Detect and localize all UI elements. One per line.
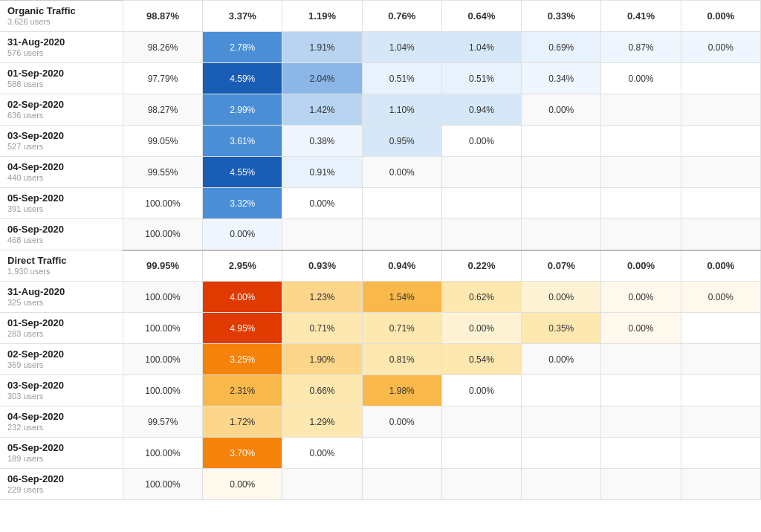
data-cell: 2.04%	[282, 63, 362, 94]
table-row: 06-Sep-2020229 users100.00%0.00%	[0, 469, 761, 500]
table-row: 04-Sep-2020232 users99.57%1.72%1.29%0.00…	[0, 406, 761, 438]
data-cell: 4.00%	[203, 282, 282, 313]
label-sub: 391 users	[7, 204, 43, 213]
data-cell	[522, 375, 601, 406]
data-cell	[681, 157, 760, 188]
table-row: 01-Sep-2020588 users97.79%4.59%2.04%0.51…	[0, 63, 761, 94]
data-cell	[681, 406, 760, 438]
data-cell: 0.62%	[441, 282, 521, 313]
label-name: 31-Aug-2020	[7, 286, 65, 297]
row-label: 06-Sep-2020229 users	[0, 469, 123, 500]
data-cell	[522, 157, 601, 188]
table-row: 06-Sep-2020468 users100.00%0.00%	[0, 219, 761, 250]
data-cell: 3.32%	[203, 188, 282, 219]
data-cell: 1.72%	[203, 406, 282, 438]
label-sub: 576 users	[7, 48, 43, 57]
data-cell: 100.00%	[123, 469, 202, 500]
data-cell: 100.00%	[123, 438, 202, 469]
data-cell: 0.00%	[282, 188, 362, 219]
row-label: 04-Sep-2020232 users	[0, 406, 123, 438]
row-label: 05-Sep-2020189 users	[0, 438, 123, 469]
data-cell: 0.00%	[441, 313, 521, 344]
data-cell: 1.98%	[362, 375, 441, 406]
data-cell: 2.99%	[203, 94, 282, 126]
data-cell	[681, 219, 760, 250]
data-cell	[601, 438, 681, 469]
row-label: 31-Aug-2020576 users	[0, 32, 123, 63]
data-cell: 0.64%	[441, 1, 521, 32]
data-cell: 0.22%	[441, 250, 521, 282]
data-cell	[681, 375, 760, 406]
label-name: 03-Sep-2020	[7, 130, 64, 141]
label-sub: 527 users	[7, 142, 43, 151]
data-cell: 0.00%	[522, 282, 601, 313]
data-cell: 0.91%	[282, 157, 362, 188]
data-cell: 0.35%	[522, 313, 601, 344]
data-cell: 0.54%	[441, 344, 521, 375]
data-cell: 0.71%	[362, 313, 441, 344]
data-cell: 0.00%	[522, 344, 601, 375]
data-cell: 99.05%	[123, 126, 202, 157]
data-cell	[681, 438, 760, 469]
data-cell: 1.10%	[362, 94, 441, 126]
data-cell: 0.34%	[522, 63, 601, 94]
row-label: 02-Sep-2020369 users	[0, 344, 123, 375]
label-name: 06-Sep-2020	[7, 473, 64, 484]
data-cell	[601, 406, 681, 438]
data-cell: 2.31%	[203, 375, 282, 406]
label-sub: 468 users	[7, 236, 43, 244]
data-cell: 1.29%	[282, 406, 362, 438]
label-sub: 232 users	[7, 423, 43, 432]
label-name: 05-Sep-2020	[7, 442, 64, 453]
group-header-label: Organic Traffic3,626 users	[0, 1, 123, 32]
data-cell: 100.00%	[123, 219, 202, 250]
table-row: 02-Sep-2020369 users100.00%3.25%1.90%0.8…	[0, 344, 761, 375]
data-cell: 0.51%	[441, 63, 521, 94]
data-cell	[681, 313, 760, 344]
data-cell: 0.00%	[601, 63, 681, 94]
data-cell: 0.66%	[282, 375, 362, 406]
data-cell	[601, 157, 681, 188]
data-cell	[681, 188, 760, 219]
label-name: Direct Traffic	[7, 255, 66, 266]
data-cell	[681, 94, 760, 126]
label-sub: 303 users	[7, 392, 43, 400]
group-header-label: Direct Traffic1,930 users	[0, 250, 123, 282]
row-label: 03-Sep-2020527 users	[0, 126, 123, 157]
data-cell: 0.00%	[601, 250, 681, 282]
data-cell	[441, 157, 521, 188]
data-cell	[522, 126, 601, 157]
row-label: 31-Aug-2020325 users	[0, 282, 123, 313]
data-cell	[601, 94, 681, 126]
data-cell: 0.69%	[522, 32, 601, 63]
table-row: 03-Sep-2020527 users99.05%3.61%0.38%0.95…	[0, 126, 761, 157]
data-cell: 99.95%	[123, 250, 202, 282]
data-cell: 1.90%	[282, 344, 362, 375]
label-name: 31-Aug-2020	[7, 36, 65, 48]
data-cell: 3.25%	[203, 344, 282, 375]
data-cell: 100.00%	[123, 313, 202, 344]
label-name: Organic Traffic	[7, 5, 76, 16]
data-cell	[522, 406, 601, 438]
table-row: 05-Sep-2020391 users100.00%3.32%0.00%	[0, 188, 761, 219]
label-sub: 229 users	[7, 485, 43, 494]
data-cell: 0.33%	[522, 1, 601, 32]
label-name: 01-Sep-2020	[7, 68, 64, 79]
data-cell	[441, 406, 521, 438]
data-cell	[362, 469, 441, 500]
data-cell	[522, 438, 601, 469]
data-cell: 3.70%	[203, 438, 282, 469]
data-cell: 0.00%	[282, 438, 362, 469]
label-sub: 3,626 users	[7, 17, 50, 26]
data-cell: 1.23%	[282, 282, 362, 313]
data-cell	[601, 469, 681, 500]
data-cell: 0.76%	[362, 1, 441, 32]
table-row: 04-Sep-2020440 users99.55%4.55%0.91%0.00…	[0, 157, 761, 188]
data-cell: 100.00%	[123, 282, 202, 313]
data-cell: 1.42%	[282, 94, 362, 126]
label-name: 04-Sep-2020	[7, 411, 64, 422]
label-sub: 636 users	[7, 111, 43, 120]
data-cell: 0.00%	[203, 219, 282, 250]
label-sub: 440 users	[7, 173, 43, 182]
data-cell	[282, 469, 362, 500]
